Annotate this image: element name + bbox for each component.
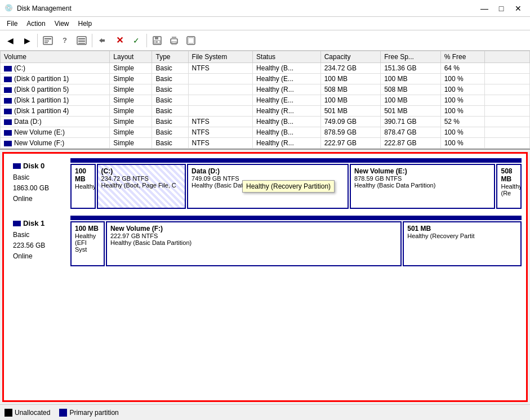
disk-cell[interactable]: New Volume (F:) 222.97 GB NTFSHealthy (B… <box>106 221 402 266</box>
cell-status: Healthy (B... <box>253 63 321 74</box>
toolbar: ◀ ▶ ? ✕ ✓ <box>0 30 530 51</box>
cell-volume: New Volume (E:) <box>1 127 110 138</box>
svg-rect-1 <box>44 38 51 39</box>
svg-rect-2 <box>44 41 49 42</box>
legend-primary-icon <box>59 409 67 417</box>
col-layout[interactable]: Layout <box>110 51 152 63</box>
cell-extra <box>485 117 530 127</box>
table-row[interactable]: New Volume (E:) Simple Basic NTFS Health… <box>1 127 530 138</box>
cell-volume: (Disk 1 partition 1) <box>1 95 110 106</box>
cell-layout: Simple <box>110 95 152 106</box>
col-filesystem[interactable]: File System <box>188 51 253 63</box>
disk-table: Volume Layout Type File System Status Ca… <box>0 51 530 149</box>
col-capacity[interactable]: Capacity <box>320 51 381 63</box>
cell-extra <box>485 95 530 106</box>
legend: Unallocated Primary partition <box>0 404 530 420</box>
cell-capacity: 501 MB <box>320 106 381 117</box>
disk-cell[interactable]: 508 MB Healthy (Re <box>496 164 522 209</box>
window-title: Disk Management <box>17 5 72 12</box>
menu-help[interactable]: Help <box>74 19 97 29</box>
disk-cell[interactable]: New Volume (E:) 878.59 GB NTFSHealthy (B… <box>350 164 495 209</box>
save-button[interactable] <box>149 33 165 48</box>
cell-type: Basic <box>152 84 188 95</box>
disk-properties-button[interactable] <box>40 33 56 48</box>
cell-fs <box>188 74 253 84</box>
svg-rect-13 <box>172 37 176 39</box>
titlebar: 💿 Disk Management — □ ✕ <box>0 0 530 17</box>
close-button[interactable]: ✕ <box>511 3 525 14</box>
disk-cell[interactable]: 100 MB Healthy <box>70 164 96 209</box>
legend-primary-label: Primary partition <box>69 409 118 417</box>
cell-extra <box>485 63 530 74</box>
cell-type: Basic <box>152 95 188 106</box>
cell-fs <box>188 84 253 95</box>
table-row[interactable]: (Disk 1 partition 4) Simple Basic Health… <box>1 106 530 117</box>
cell-free: 878.47 GB <box>381 127 441 138</box>
disk-cell[interactable]: 501 MB Healthy (Recovery Partit <box>403 221 522 266</box>
table-row[interactable]: Data (D:) Simple Basic NTFS Healthy (B..… <box>1 117 530 127</box>
disk-cell[interactable]: (C:) 234.72 GB NTFSHealthy (Boot, Page F… <box>97 164 186 209</box>
cell-status: Healthy (R... <box>253 106 321 117</box>
cell-capacity: 749.09 GB <box>320 117 381 127</box>
legend-primary: Primary partition <box>59 409 118 417</box>
svg-rect-6 <box>78 41 85 42</box>
cell-free: 222.87 GB <box>381 138 441 149</box>
cell-type: Basic <box>152 106 188 117</box>
disk-bar-segment <box>70 216 97 220</box>
svg-rect-7 <box>78 43 85 44</box>
cell-capacity: 508 MB <box>320 84 381 95</box>
cell-volume: Data (D:) <box>1 117 110 127</box>
connect-button[interactable] <box>95 33 110 48</box>
menu-view[interactable]: View <box>50 19 74 29</box>
cell-capacity: 234.72 GB <box>320 63 381 74</box>
legend-unallocated: Unallocated <box>5 409 50 417</box>
cell-volume: (Disk 0 partition 1) <box>1 74 110 84</box>
cell-fs <box>188 106 253 117</box>
table-row[interactable]: (Disk 1 partition 1) Simple Basic Health… <box>1 95 530 106</box>
cell-status: Healthy (R... <box>253 84 321 95</box>
disk-bar-segment <box>504 158 522 163</box>
disk-bar-segment <box>350 158 504 163</box>
table-row[interactable]: (Disk 0 partition 1) Simple Basic Health… <box>1 74 530 84</box>
cell-capacity: 222.97 GB <box>320 138 381 149</box>
svg-rect-16 <box>188 38 194 43</box>
cell-capacity: 100 MB <box>320 74 381 84</box>
cell-free: 151.36 GB <box>381 63 441 74</box>
table-row[interactable]: (C:) Simple Basic NTFS Healthy (B... 234… <box>1 63 530 74</box>
maximize-button[interactable]: □ <box>494 3 509 14</box>
col-type[interactable]: Type <box>152 51 188 63</box>
cell-type: Basic <box>152 138 188 149</box>
cell-type: Basic <box>152 127 188 138</box>
help-button[interactable]: ? <box>57 33 73 48</box>
menu-action[interactable]: Action <box>22 19 50 29</box>
cell-free: 100 MB <box>381 74 441 84</box>
cell-status: Healthy (B... <box>253 117 321 127</box>
cell-extra <box>485 74 530 84</box>
cell-pct: 100 % <box>440 84 484 95</box>
delete-button[interactable]: ✕ <box>112 33 127 48</box>
cell-volume: (Disk 0 partition 5) <box>1 84 110 95</box>
table-row[interactable]: New Volume (F:) Simple Basic NTFS Health… <box>1 138 530 149</box>
disk-bar-segment <box>70 158 88 163</box>
main-content: Volume Layout Type File System Status Ca… <box>0 51 530 420</box>
disk-bar-segment <box>404 216 522 220</box>
col-volume[interactable]: Volume <box>1 51 110 63</box>
table-row[interactable]: (Disk 0 partition 5) Simple Basic Health… <box>1 84 530 95</box>
forward-button[interactable]: ▶ <box>19 33 35 48</box>
col-freespace[interactable]: Free Sp... <box>381 51 441 63</box>
check-button[interactable]: ✓ <box>128 33 144 48</box>
back-button[interactable]: ◀ <box>2 33 18 48</box>
print-button[interactable] <box>166 33 182 48</box>
disk-bar-0 <box>70 158 522 163</box>
minimize-button[interactable]: — <box>477 3 492 14</box>
cell-volume: New Volume (F:) <box>1 138 110 149</box>
col-status[interactable]: Status <box>253 51 321 63</box>
cell-free: 508 MB <box>381 84 441 95</box>
disk-list-button[interactable] <box>74 33 90 48</box>
col-pctfree[interactable]: % Free <box>440 51 484 63</box>
disk-cell[interactable]: 100 MB Healthy (EFI Syst <box>70 221 105 266</box>
disk-bar-segment <box>179 158 350 163</box>
menu-file[interactable]: File <box>2 19 22 29</box>
refresh-button[interactable] <box>183 33 199 48</box>
cell-pct: 64 % <box>440 63 484 74</box>
